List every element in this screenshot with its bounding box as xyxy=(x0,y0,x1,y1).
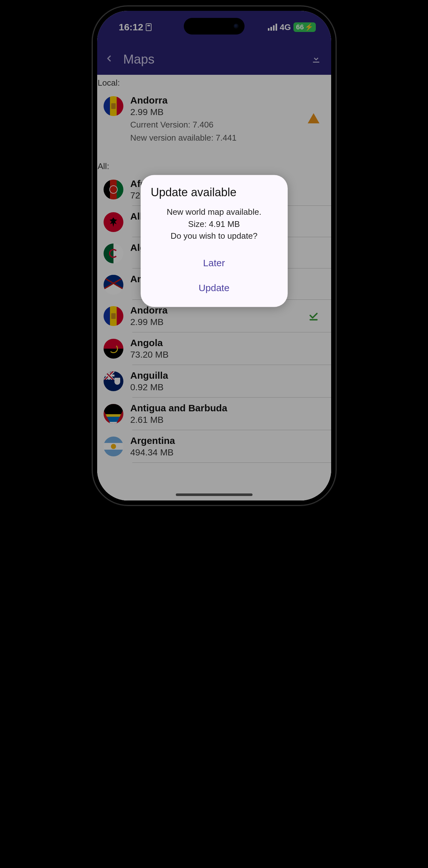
update-dialog: Update available New world map available… xyxy=(141,175,288,307)
dialog-line3: Do you wish to update? xyxy=(150,230,279,243)
later-button[interactable]: Later xyxy=(150,251,279,276)
home-indicator[interactable] xyxy=(176,493,252,496)
dialog-body: New world map available. Size: 4.91 MB D… xyxy=(150,207,279,243)
dialog-line1: New world map available. xyxy=(150,207,279,219)
update-button[interactable]: Update xyxy=(150,276,279,301)
dialog-line2: Size: 4.91 MB xyxy=(150,218,279,230)
dialog-title: Update available xyxy=(150,186,279,199)
phone-screen: 16:12 4G 66⚡ Maps xyxy=(97,11,331,500)
phone-frame: 16:12 4G 66⚡ Maps xyxy=(93,6,336,505)
